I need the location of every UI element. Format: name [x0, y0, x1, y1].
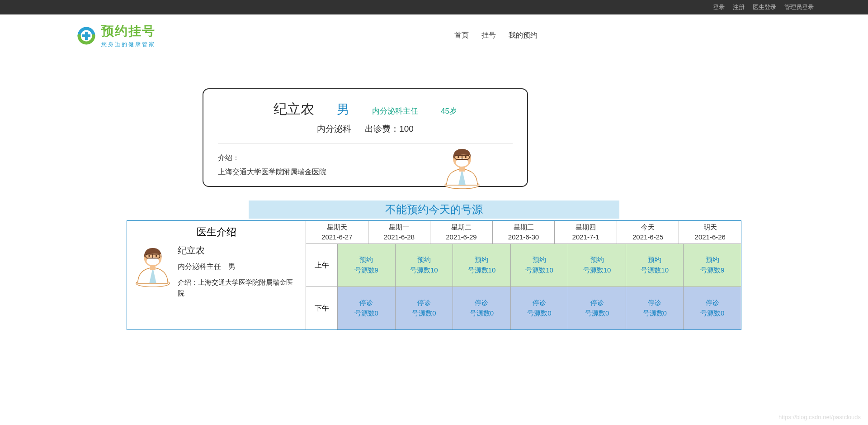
day-header: 星期一2021-6-28 [368, 221, 431, 244]
logo-title: 预约挂号 [101, 23, 156, 40]
doctor-card: 纪立农 男 内分泌科主任 45岁 内分泌科 出诊费：100 介绍： 上海交通大学… [203, 88, 528, 187]
schedule-slot[interactable]: 预约号源数10 [395, 244, 453, 287]
schedule-slot[interactable]: 停诊号源数0 [453, 287, 510, 329]
doctor-age: 45岁 [441, 106, 457, 116]
schedule-slot[interactable]: 停诊号源数0 [626, 287, 684, 329]
doctor-avatar-small-icon [133, 244, 172, 287]
logo-icon [77, 26, 96, 45]
doctor-avatar-icon [442, 145, 482, 189]
doctor-gender: 男 [337, 101, 349, 118]
admin-login-link[interactable]: 管理员登录 [784, 3, 814, 11]
day-header: 星期四2021-7-1 [555, 221, 617, 244]
schedule-slot[interactable]: 停诊号源数0 [338, 287, 395, 329]
logo[interactable]: 预约挂号 您身边的健康管家 [77, 23, 156, 48]
schedule-table: 医生介绍 纪立农 内分泌科主任男 介绍：上海交通大学医学院附属瑞金医院 星期天2… [127, 220, 741, 330]
nav-home[interactable]: 首页 [454, 31, 469, 40]
top-bar: 登录 注册 医生登录 管理员登录 [0, 0, 868, 14]
doctor-name: 纪立农 [274, 100, 314, 119]
schedule-intro-column: 医生介绍 纪立农 内分泌科主任男 介绍：上海交通大学医学院附属瑞金医院 [127, 221, 306, 329]
doctor-fee: 出诊费：100 [365, 123, 414, 135]
side-doctor-name: 纪立农 [178, 244, 299, 257]
schedule-slot[interactable]: 预约号源数9 [683, 244, 741, 287]
nav-register[interactable]: 挂号 [481, 31, 496, 40]
intro-header: 医生介绍 [127, 221, 306, 242]
schedule-slot[interactable]: 停诊号源数0 [395, 287, 453, 329]
register-link[interactable]: 注册 [733, 3, 745, 11]
schedule-slot[interactable]: 停诊号源数0 [683, 287, 741, 329]
side-doctor-desc: 介绍：上海交通大学医学院附属瑞金医院 [178, 277, 299, 299]
main-nav: 首页 挂号 我的预约 [201, 31, 791, 40]
doctor-login-link[interactable]: 医生登录 [753, 3, 776, 11]
schedule-slot[interactable]: 预约号源数10 [626, 244, 684, 287]
day-header: 星期三2021-6-30 [493, 221, 555, 244]
doctor-title: 内分泌科主任 [372, 106, 418, 116]
day-headers-row: 星期天2021-6-27星期一2021-6-28星期二2021-6-29星期三2… [306, 221, 741, 244]
day-header: 星期天2021-6-27 [306, 221, 368, 244]
doctor-department: 内分泌科 [317, 123, 351, 135]
schedule-slot[interactable]: 预约号源数9 [338, 244, 395, 287]
period-pm-label: 下午 [306, 287, 338, 329]
schedule-slot[interactable]: 预约号源数10 [568, 244, 626, 287]
period-am-label: 上午 [306, 244, 338, 287]
day-header: 星期二2021-6-29 [430, 221, 493, 244]
svg-rect-9 [82, 34, 90, 37]
schedule-slot[interactable]: 停诊号源数0 [510, 287, 568, 329]
schedule-slot[interactable]: 停诊号源数0 [568, 287, 626, 329]
side-doctor-title: 内分泌科主任男 [178, 262, 299, 272]
day-header: 今天2021-6-25 [617, 221, 679, 244]
login-link[interactable]: 登录 [713, 3, 725, 11]
notice-banner: 不能预约今天的号源 [249, 201, 619, 219]
schedule-slot[interactable]: 预约号源数10 [453, 244, 510, 287]
nav-my-appointments[interactable]: 我的预约 [509, 31, 538, 40]
header: 预约挂号 您身边的健康管家 首页 挂号 我的预约 [0, 14, 868, 57]
logo-subtitle: 您身边的健康管家 [101, 41, 156, 48]
schedule-slot[interactable]: 预约号源数10 [510, 244, 568, 287]
day-header: 明天2021-6-26 [679, 221, 741, 244]
